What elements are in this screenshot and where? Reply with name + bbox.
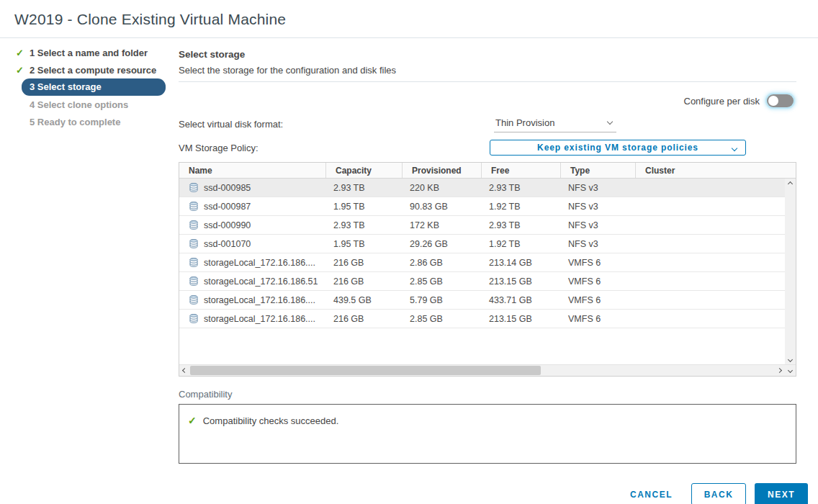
datastore-row[interactable]: storageLocal_172.16.186....216 GB2.85 GB… [179,310,796,328]
cell-type: VMFS 6 [561,291,636,309]
wizard-step-3[interactable]: 3 Select storage [14,78,179,96]
cell-free: 213.15 GB [482,272,561,290]
check-icon: ✓ [16,48,30,58]
cell-cluster [636,216,796,234]
datastore-name: storageLocal_172.16.186.... [204,314,315,324]
divider [179,81,796,82]
cell-provisioned: 90.83 GB [403,197,482,215]
horizontal-scrollbar[interactable] [179,364,796,376]
column-header-provisioned[interactable]: Provisioned [403,163,482,178]
wizard-footer: CANCEL BACK NEXT [179,483,808,504]
cell-provisioned: 5.79 GB [403,291,482,309]
cell-free: 213.15 GB [482,310,561,328]
wizard-step-1[interactable]: ✓1 Select a name and folder [14,44,179,61]
scroll-down-button[interactable] [785,365,796,376]
datastore-row[interactable]: storageLocal_172.16.186....439.5 GB5.79 … [179,291,796,310]
datastore-name: storageLocal_172.16.186.... [204,295,315,305]
cell-cluster [636,291,796,309]
cell-free: 213.14 GB [482,253,561,271]
horizontal-scrollbar-track[interactable] [190,365,774,376]
wizard-step-2[interactable]: ✓2 Select a compute resource [14,61,179,78]
cell-name: ssd-000990 [179,216,326,234]
cell-cluster [636,235,796,253]
pane-subheading: Select the storage for the configuration… [179,65,796,76]
disk-format-select[interactable]: Thin Provision [494,115,616,132]
wizard-steps: ✓1 Select a name and folder✓2 Select a c… [14,44,179,130]
scroll-right-button[interactable] [774,365,785,376]
storage-policy-select[interactable]: Keep existing VM storage policies [490,140,746,156]
disk-format-value: Thin Provision [495,117,554,128]
cell-capacity: 1.95 TB [326,197,403,215]
wizard-title: W2019 - Clone Existing Virtual Machine [14,11,804,28]
toggle-knob [768,96,778,106]
scroll-up-icon[interactable] [788,181,793,186]
clone-vm-wizard-dialog: W2019 - Clone Existing Virtual Machine ✓… [0,0,818,504]
column-header-free[interactable]: Free [482,163,561,178]
datastore-row[interactable]: storageLocal_172.16.186.51216 GB2.85 GB2… [179,272,796,291]
datastore-row[interactable]: ssd-0010701.95 TB29.26 GB1.92 TBNFS v3 [179,235,796,253]
success-check-icon: ✓ [188,415,197,426]
cell-capacity: 216 GB [326,253,403,271]
datastore-row[interactable]: ssd-0009852.93 TB220 KB2.93 TBNFS v3 [179,179,796,197]
vertical-scrollbar[interactable] [785,179,796,364]
column-header-capacity[interactable]: Capacity [326,163,403,178]
cell-name: storageLocal_172.16.186.... [179,253,326,271]
cell-type: VMFS 6 [561,310,636,328]
cell-free: 2.93 TB [482,216,561,234]
cell-capacity: 439.5 GB [326,291,403,309]
cell-cluster [636,179,796,197]
cancel-button[interactable]: CANCEL [620,483,683,504]
datastore-icon [189,239,198,248]
wizard-step-4: 4 Select clone options [14,96,179,113]
storage-policy-value: Keep existing VM storage policies [537,143,698,153]
cell-capacity: 216 GB [326,310,403,328]
cell-capacity: 216 GB [326,272,403,290]
cell-provisioned: 220 KB [403,179,482,197]
cell-name: ssd-001070 [179,235,326,253]
datastore-row[interactable]: ssd-0009871.95 TB90.83 GB1.92 TBNFS v3 [179,197,796,216]
cell-provisioned: 2.85 GB [403,272,482,290]
cell-capacity: 2.93 TB [326,216,403,234]
datastore-name: ssd-000987 [204,202,251,212]
datastore-row[interactable]: ssd-0009902.93 TB172 KB2.93 TBNFS v3 [179,216,796,235]
select-storage-pane: Select storage Select the storage for th… [179,38,796,504]
cell-type: VMFS 6 [561,253,636,271]
wizard-step-5: 5 Ready to complete [14,113,179,130]
column-header-type[interactable]: Type [561,163,636,178]
cell-provisioned: 172 KB [403,216,482,234]
check-icon: ✓ [16,65,30,76]
datastore-row[interactable]: storageLocal_172.16.186....216 GB2.86 GB… [179,253,796,272]
scroll-left-button[interactable] [179,365,190,376]
back-button[interactable]: BACK [691,483,746,504]
datastore-icon [189,183,198,192]
cell-cluster [636,272,796,290]
cell-name: storageLocal_172.16.186.... [179,310,326,328]
cell-type: NFS v3 [561,179,636,197]
datastore-icon [189,202,198,211]
datastore-table-body: ssd-0009852.93 TB220 KB2.93 TBNFS v3ssd-… [179,179,796,328]
horizontal-scrollbar-thumb[interactable] [190,366,541,375]
cell-cluster [636,253,796,271]
chevron-down-icon [732,145,737,151]
compatibility-label: Compatibility [179,389,796,400]
wizard-steps-sidebar: ✓1 Select a name and folder✓2 Select a c… [14,38,179,504]
wizard-step-label: 3 Select storage [30,81,102,92]
datastore-icon [189,295,198,305]
datastore-table-header: Name Capacity Provisioned Free Type Clus… [179,163,796,179]
cell-type: NFS v3 [561,197,636,215]
cell-name: ssd-000985 [179,179,326,197]
wizard-titlebar: W2019 - Clone Existing Virtual Machine [0,0,818,38]
cell-type: NFS v3 [561,216,636,234]
scroll-down-icon[interactable] [788,357,793,362]
next-button[interactable]: NEXT [755,483,808,504]
configure-per-disk-toggle[interactable] [767,94,794,107]
cell-name: ssd-000987 [179,197,326,215]
datastore-name: ssd-001070 [204,239,251,249]
chevron-down-icon [607,119,613,125]
cell-provisioned: 2.85 GB [403,310,482,328]
cell-provisioned: 29.26 GB [403,235,482,253]
column-header-name[interactable]: Name [179,163,326,178]
column-header-cluster[interactable]: Cluster [636,163,796,178]
datastore-icon [189,258,198,267]
datastore-name: storageLocal_172.16.186.51 [204,276,318,287]
